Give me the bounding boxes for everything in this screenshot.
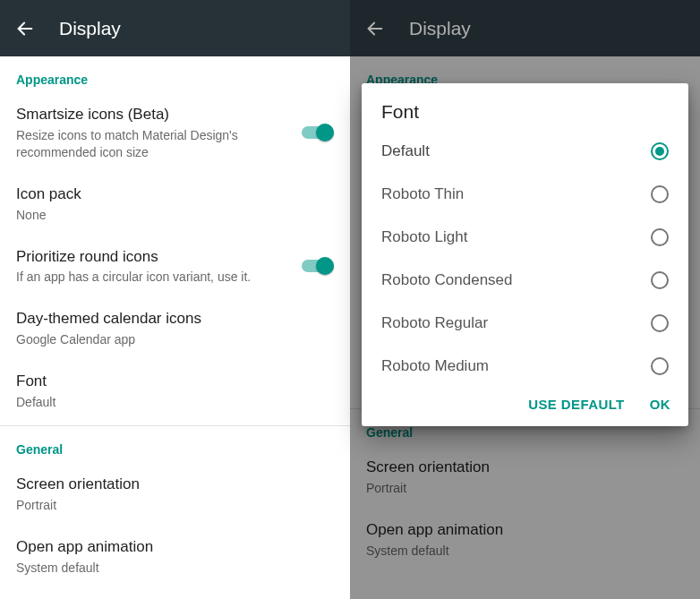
radio-icon (651, 314, 669, 332)
setting-iconpack[interactable]: Icon pack None (0, 174, 350, 236)
radio-icon (651, 357, 669, 375)
setting-subtitle: Portrait (366, 480, 684, 497)
option-label: Default (381, 142, 430, 160)
page-title: Display (59, 18, 121, 39)
setting-subtitle: System default (16, 560, 334, 577)
setting-subtitle: System default (366, 543, 684, 560)
back-icon[interactable] (364, 18, 386, 39)
setting-subtitle: If an app has a circular icon variant, u… (16, 269, 291, 286)
option-label: Roboto Medium (381, 357, 489, 375)
setting-title: Day-themed calendar icons (16, 309, 334, 329)
setting-title: Icon pack (16, 184, 334, 205)
font-option-light[interactable]: Roboto Light (362, 216, 688, 259)
radio-icon (651, 228, 669, 246)
option-label: Roboto Condensed (381, 271, 513, 289)
use-default-button[interactable]: USE DEFAULT (528, 397, 624, 412)
radio-icon (651, 142, 669, 160)
settings-content: Appearance Smartsize icons (Beta) Resize… (0, 56, 350, 599)
section-appearance-label: Appearance (0, 56, 350, 94)
radio-icon (651, 271, 669, 289)
back-icon[interactable] (14, 18, 36, 39)
ok-button[interactable]: OK (650, 397, 670, 412)
setting-title: Font (16, 372, 334, 392)
dialog-title: Font (362, 83, 688, 130)
setting-roundicons[interactable]: Prioritize round icons If an app has a c… (0, 236, 350, 299)
font-option-regular[interactable]: Roboto Regular (362, 302, 688, 345)
option-label: Roboto Regular (381, 314, 488, 332)
right-panel: Display Appearance Smartsize icons (Beta… (350, 0, 700, 599)
setting-openanim[interactable]: Open app animation System default (0, 526, 350, 589)
font-option-condensed[interactable]: Roboto Condensed (362, 259, 688, 302)
font-option-medium[interactable]: Roboto Medium (362, 345, 688, 388)
left-panel: Display Appearance Smartsize icons (Beta… (0, 0, 350, 599)
appbar: Display (350, 0, 700, 56)
setting-font[interactable]: Font Default (0, 361, 350, 424)
setting-subtitle: None (16, 207, 334, 224)
setting-calendar[interactable]: Day-themed calendar icons Google Calenda… (0, 298, 350, 361)
setting-openanim: Open app animation System default (350, 509, 700, 572)
option-label: Roboto Thin (381, 185, 464, 203)
setting-title: Prioritize round icons (16, 247, 291, 268)
setting-subtitle: Default (16, 394, 334, 411)
option-label: Roboto Light (381, 228, 467, 246)
setting-orientation[interactable]: Screen orientation Portrait (0, 464, 350, 526)
font-option-thin[interactable]: Roboto Thin (362, 173, 688, 216)
setting-smartsize[interactable]: Smartsize icons (Beta) Resize icons to m… (0, 94, 350, 174)
setting-subtitle: Google Calendar app (16, 331, 334, 348)
setting-subtitle: Resize icons to match Material Design's … (16, 127, 291, 161)
setting-title: Smartsize icons (Beta) (16, 105, 291, 125)
toggle-roundicons[interactable] (302, 257, 334, 275)
section-general-label: General (0, 426, 350, 464)
setting-title: Open app animation (16, 537, 334, 558)
toggle-smartsize[interactable] (302, 124, 334, 141)
font-dialog: Font Default Roboto Thin Roboto Light Ro… (362, 83, 688, 426)
setting-title: Screen orientation (366, 458, 684, 478)
appbar: Display (0, 0, 350, 56)
radio-icon (651, 185, 669, 203)
setting-subtitle: Portrait (16, 497, 334, 514)
font-option-default[interactable]: Default (362, 130, 688, 173)
setting-title: Open app animation (366, 520, 684, 541)
dialog-actions: USE DEFAULT OK (362, 388, 688, 426)
page-title: Display (409, 18, 471, 39)
setting-orientation: Screen orientation Portrait (350, 447, 700, 509)
setting-title: Screen orientation (16, 475, 334, 495)
